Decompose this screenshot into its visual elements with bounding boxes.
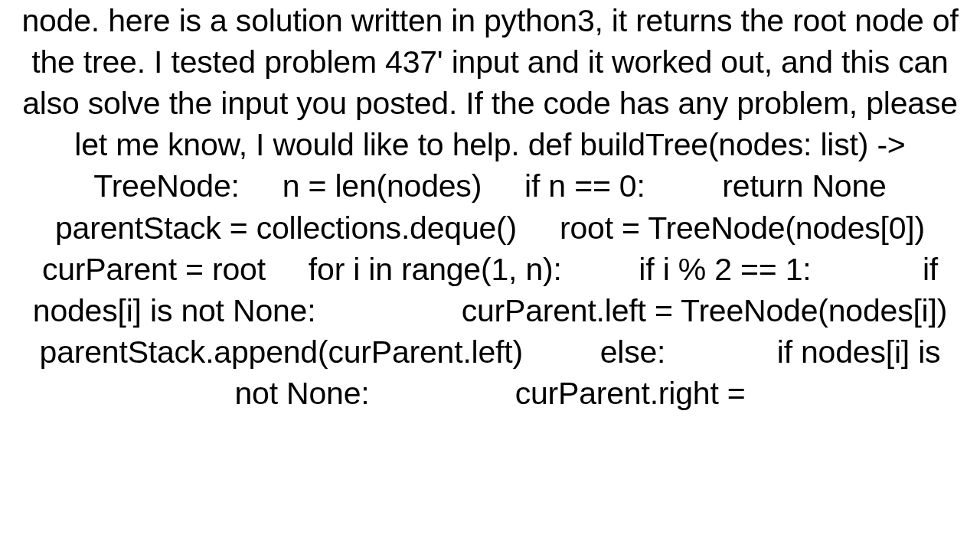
document-body-text: node. here is a solution written in pyth… [0,0,980,414]
